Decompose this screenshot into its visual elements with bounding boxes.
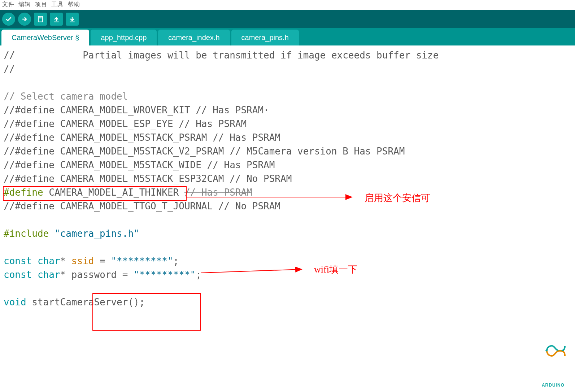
code-line: // Partial images will be transmitted if…	[4, 50, 439, 61]
check-icon	[5, 16, 12, 23]
file-icon	[37, 16, 44, 23]
arduino-infinity-icon: +−	[539, 343, 571, 359]
menu-file[interactable]: 文件	[2, 1, 14, 7]
arrow-right-icon	[21, 16, 28, 23]
annotation-arrow-2	[201, 266, 309, 280]
code-line-active-define: #define CAMERA_MODEL_AI_THINKER // Has P…	[4, 187, 252, 198]
svg-text:−: −	[561, 348, 564, 353]
tab-camerawebserver[interactable]: CameraWebServer §	[1, 30, 89, 45]
menu-project[interactable]: 项目	[35, 1, 47, 7]
menu-help[interactable]: 帮助	[68, 1, 80, 7]
watermark-logo: +− ARDUINO 中文社区	[535, 329, 571, 392]
verify-button[interactable]	[2, 13, 15, 26]
code-line: //	[4, 64, 15, 74]
save-button[interactable]	[66, 13, 79, 26]
menu-tools[interactable]: 工具	[51, 1, 64, 7]
svg-rect-0	[38, 17, 43, 22]
tab-camera-index[interactable]: camera_index.h	[158, 30, 230, 45]
menu-bar: 文件 编辑 项目 工具 帮助	[0, 0, 575, 10]
annotation-text-1: 启用这个安信可	[365, 191, 430, 205]
svg-line-4	[201, 269, 302, 273]
annotation-text-2: wifi填一下	[314, 263, 357, 276]
new-button[interactable]	[34, 13, 47, 26]
code-editor[interactable]: // Partial images will be transmitted if…	[0, 45, 575, 392]
arrow-up-icon	[53, 16, 60, 23]
code-line: //#define CAMERA_MODEL_M5STACK_ESP32CAM …	[4, 173, 292, 184]
code-line-password: const char* password = "*********";	[4, 269, 201, 280]
code-line-func: void startCameraServer();	[4, 297, 145, 308]
arrow-down-icon	[69, 16, 76, 23]
tab-camera-pins[interactable]: camera_pins.h	[231, 30, 299, 45]
code-line: //#define CAMERA_MODEL_M5STACK_WIDE // H…	[4, 160, 275, 170]
upload-sketch-button[interactable]	[18, 13, 31, 26]
code-line-include: #include "camera_pins.h"	[4, 228, 139, 239]
tab-bar: CameraWebServer § app_httpd.cpp camera_i…	[0, 28, 575, 45]
svg-text:+: +	[545, 348, 548, 353]
code-line: //#define CAMERA_MODEL_TTGO_T_JOURNAL //…	[4, 201, 280, 212]
code-line: //#define CAMERA_MODEL_M5STACK_PSRAM // …	[4, 132, 280, 143]
code-line: // Select camera model	[4, 91, 128, 102]
code-line-ssid: const char* ssid = "*********";	[4, 256, 179, 266]
open-button[interactable]	[50, 13, 63, 26]
code-line: //#define CAMERA_MODEL_ESP_EYE // Has PS…	[4, 118, 247, 129]
code-line: //#define CAMERA_MODEL_M5STACK_V2_PSRAM …	[4, 146, 405, 157]
toolbar	[0, 10, 575, 28]
code-line: //#define CAMERA_MODEL_WROVER_KIT // Has…	[4, 105, 269, 116]
tab-app-httpd[interactable]: app_httpd.cpp	[91, 30, 157, 45]
menu-edit[interactable]: 编辑	[18, 1, 31, 7]
